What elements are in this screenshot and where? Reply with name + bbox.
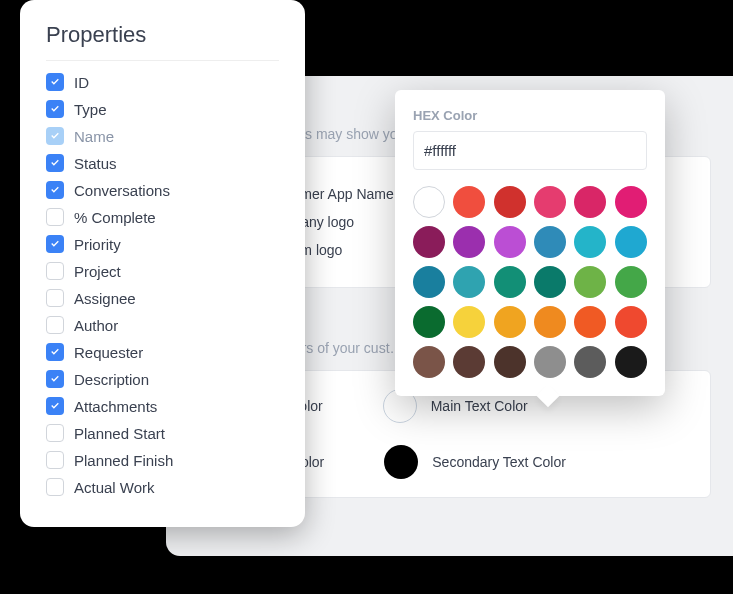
- palette-chip-22[interactable]: [574, 306, 606, 338]
- palette-chip-23[interactable]: [615, 306, 647, 338]
- palette-chip-9[interactable]: [534, 226, 566, 258]
- palette-chip-18[interactable]: [413, 306, 445, 338]
- palette-chip-5[interactable]: [615, 186, 647, 218]
- palette-chip-1[interactable]: [453, 186, 485, 218]
- checkbox-icon: [46, 208, 64, 226]
- property-item-conversations[interactable]: Conversations: [46, 181, 279, 199]
- checkbox-icon: [46, 262, 64, 280]
- property-item-author[interactable]: Author: [46, 316, 279, 334]
- property-label: Actual Work: [74, 479, 155, 496]
- color-item-3[interactable]: Secondary Text Color: [384, 445, 566, 479]
- palette-chip-17[interactable]: [615, 266, 647, 298]
- checkbox-icon: [46, 397, 64, 415]
- checkbox-icon: [46, 154, 64, 172]
- property-item-attachments[interactable]: Attachments: [46, 397, 279, 415]
- property-label: Attachments: [74, 398, 157, 415]
- property-item-id[interactable]: ID: [46, 73, 279, 91]
- properties-list: IDTypeNameStatusConversations% CompleteP…: [46, 73, 279, 496]
- property-item-planned-finish[interactable]: Planned Finish: [46, 451, 279, 469]
- property-label: ID: [74, 74, 89, 91]
- property-label: Status: [74, 155, 117, 172]
- palette-chip-24[interactable]: [413, 346, 445, 378]
- checkbox-icon: [46, 73, 64, 91]
- property-label: Name: [74, 128, 114, 145]
- checkbox-icon: [46, 424, 64, 442]
- palette-chip-10[interactable]: [574, 226, 606, 258]
- checkbox-icon: [46, 289, 64, 307]
- palette-chip-6[interactable]: [413, 226, 445, 258]
- palette-chip-20[interactable]: [494, 306, 526, 338]
- property-label: Planned Finish: [74, 452, 173, 469]
- palette-chip-0[interactable]: [413, 186, 445, 218]
- properties-title: Properties: [46, 22, 279, 48]
- checkbox-icon: [46, 127, 64, 145]
- property-label: Assignee: [74, 290, 136, 307]
- palette-chip-25[interactable]: [453, 346, 485, 378]
- palette-chip-21[interactable]: [534, 306, 566, 338]
- property-label: Project: [74, 263, 121, 280]
- property-label: Planned Start: [74, 425, 165, 442]
- checkbox-icon: [46, 181, 64, 199]
- property-label: Author: [74, 317, 118, 334]
- properties-panel: Properties IDTypeNameStatusConversations…: [20, 0, 305, 527]
- palette-chip-28[interactable]: [574, 346, 606, 378]
- palette-chip-12[interactable]: [413, 266, 445, 298]
- property-label: Conversations: [74, 182, 170, 199]
- checkbox-icon: [46, 343, 64, 361]
- property-item-status[interactable]: Status: [46, 154, 279, 172]
- palette-chip-2[interactable]: [494, 186, 526, 218]
- property-item-description[interactable]: Description: [46, 370, 279, 388]
- checkbox-icon: [46, 370, 64, 388]
- property-label: Description: [74, 371, 149, 388]
- palette-chip-16[interactable]: [574, 266, 606, 298]
- palette-chip-19[interactable]: [453, 306, 485, 338]
- property-item--complete[interactable]: % Complete: [46, 208, 279, 226]
- color-label: Secondary Text Color: [432, 454, 566, 470]
- checkbox-icon: [46, 235, 64, 253]
- palette-chip-29[interactable]: [615, 346, 647, 378]
- property-label: Requester: [74, 344, 143, 361]
- color-picker-popover: HEX Color: [395, 90, 665, 396]
- checkbox-icon: [46, 100, 64, 118]
- palette-chip-7[interactable]: [453, 226, 485, 258]
- property-item-assignee[interactable]: Assignee: [46, 289, 279, 307]
- color-label: Main Text Color: [431, 398, 528, 414]
- palette-chip-8[interactable]: [494, 226, 526, 258]
- property-item-priority[interactable]: Priority: [46, 235, 279, 253]
- palette-chip-27[interactable]: [534, 346, 566, 378]
- palette-chip-13[interactable]: [453, 266, 485, 298]
- checkbox-icon: [46, 451, 64, 469]
- checkbox-icon: [46, 316, 64, 334]
- property-item-project[interactable]: Project: [46, 262, 279, 280]
- checkbox-icon: [46, 478, 64, 496]
- palette-chip-14[interactable]: [494, 266, 526, 298]
- property-item-name[interactable]: Name: [46, 127, 279, 145]
- property-label: Type: [74, 101, 107, 118]
- palette-chip-26[interactable]: [494, 346, 526, 378]
- property-label: Priority: [74, 236, 121, 253]
- color-swatch: [384, 445, 418, 479]
- palette-chip-3[interactable]: [534, 186, 566, 218]
- property-item-type[interactable]: Type: [46, 100, 279, 118]
- property-item-requester[interactable]: Requester: [46, 343, 279, 361]
- divider: [46, 60, 279, 61]
- hex-label: HEX Color: [413, 108, 647, 123]
- color-palette: [413, 186, 647, 378]
- property-item-actual-work[interactable]: Actual Work: [46, 478, 279, 496]
- property-item-planned-start[interactable]: Planned Start: [46, 424, 279, 442]
- palette-chip-11[interactable]: [615, 226, 647, 258]
- hex-input[interactable]: [413, 131, 647, 170]
- property-label: % Complete: [74, 209, 156, 226]
- palette-chip-15[interactable]: [534, 266, 566, 298]
- palette-chip-4[interactable]: [574, 186, 606, 218]
